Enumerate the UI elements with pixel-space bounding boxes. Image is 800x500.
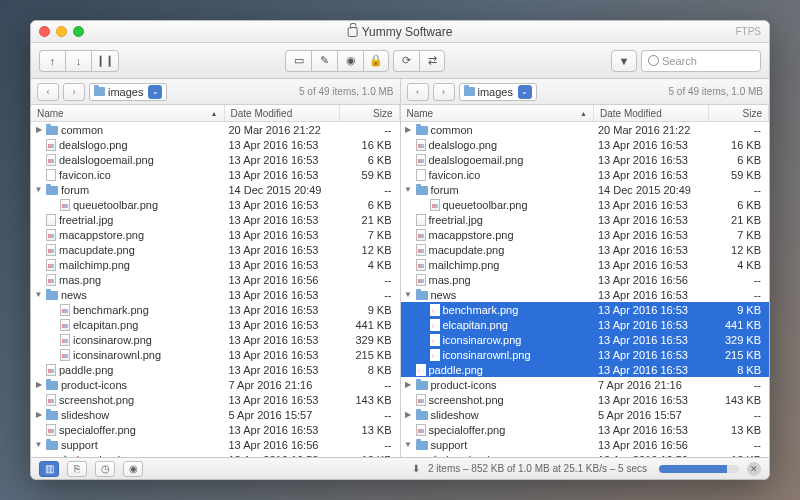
file-row[interactable]: queuetoolbar.png13 Apr 2016 16:536 KB	[401, 197, 770, 212]
file-row[interactable]: elcapitan.png13 Apr 2016 16:53441 KB	[401, 317, 770, 332]
file-row[interactable]: freetrial.jpg13 Apr 2016 16:5321 KB	[401, 212, 770, 227]
dl-icon	[430, 455, 440, 458]
file-row[interactable]: dealslogoemail.png13 Apr 2016 16:536 KB	[31, 152, 400, 167]
disclosure-triangle[interactable]: ▶	[404, 125, 413, 134]
disclosure-triangle[interactable]: ▼	[404, 185, 413, 194]
file-row[interactable]: ▼news13 Apr 2016 16:53--	[401, 287, 770, 302]
file-row[interactable]: specialoffer.png13 Apr 2016 16:5313 KB	[31, 422, 400, 437]
nav-forward-button[interactable]: ›	[433, 83, 455, 101]
close-window-button[interactable]	[39, 26, 50, 37]
file-size: 329 KB	[340, 334, 400, 346]
file-row[interactable]: iconsinarownl.png13 Apr 2016 16:53215 KB	[401, 347, 770, 362]
nav-back-button[interactable]: ‹	[407, 83, 429, 101]
disclosure-triangle[interactable]: ▼	[34, 290, 43, 299]
column-date[interactable]: Date Modified	[225, 105, 340, 121]
file-list[interactable]: ▶common20 Mar 2016 21:22--dealslogo.png1…	[31, 122, 400, 457]
column-name[interactable]: Name ▲	[31, 105, 225, 121]
file-row[interactable]: ▼support13 Apr 2016 16:56--	[401, 437, 770, 452]
view-mode-preview-button[interactable]: ◉	[123, 461, 143, 477]
zoom-window-button[interactable]	[73, 26, 84, 37]
edit-button[interactable]: ✎	[311, 50, 337, 72]
download-button[interactable]: ↓	[65, 50, 91, 72]
path-selector[interactable]: images ⌄	[89, 83, 167, 101]
lock-button[interactable]: 🔒	[363, 50, 389, 72]
lock-icon	[348, 27, 358, 37]
disclosure-triangle[interactable]: ▶	[404, 410, 413, 419]
cancel-transfer-button[interactable]: ✕	[747, 462, 761, 476]
nav-back-button[interactable]: ‹	[37, 83, 59, 101]
column-date[interactable]: Date Modified	[594, 105, 709, 121]
refresh-button[interactable]: ⟳	[393, 50, 419, 72]
preview-button[interactable]: ◉	[337, 50, 363, 72]
file-row[interactable]: iconsinarow.png13 Apr 2016 16:53329 KB	[31, 332, 400, 347]
file-row[interactable]: ▶product-icons7 Apr 2016 21:16--	[401, 377, 770, 392]
disclosure-triangle[interactable]: ▼	[34, 185, 43, 194]
file-row[interactable]: mas.png13 Apr 2016 16:56--	[31, 272, 400, 287]
disclosure-triangle[interactable]: ▼	[404, 440, 413, 449]
file-row[interactable]: favicon.ico13 Apr 2016 16:5359 KB	[31, 167, 400, 182]
file-row[interactable]: macappstore.png13 Apr 2016 16:537 KB	[401, 227, 770, 242]
file-row[interactable]: ▶slideshow5 Apr 2016 15:57--	[401, 407, 770, 422]
file-row[interactable]: benchmark.png13 Apr 2016 16:539 KB	[31, 302, 400, 317]
upload-button[interactable]: ↑	[39, 50, 65, 72]
file-row[interactable]: queuetoolbar.png13 Apr 2016 16:536 KB	[31, 197, 400, 212]
file-date: 13 Apr 2016 16:53	[225, 169, 340, 181]
file-row[interactable]: favicon.ico13 Apr 2016 16:5359 KB	[401, 167, 770, 182]
disclosure-triangle[interactable]: ▶	[34, 125, 43, 134]
titlebar[interactable]: Yummy Software FTPS	[31, 21, 769, 43]
view-mode-queue-button[interactable]: ⎘	[67, 461, 87, 477]
file-row[interactable]: screenshot.png13 Apr 2016 16:53143 KB	[31, 392, 400, 407]
file-row[interactable]: ▼news13 Apr 2016 16:53--	[31, 287, 400, 302]
file-list[interactable]: ▶common20 Mar 2016 21:22--dealslogo.png1…	[401, 122, 770, 457]
file-row[interactable]: paddle.png13 Apr 2016 16:538 KB	[401, 362, 770, 377]
path-selector[interactable]: images ⌄	[459, 83, 537, 101]
search-input[interactable]: Search	[641, 50, 761, 72]
file-row[interactable]: macupdate.png13 Apr 2016 16:5312 KB	[31, 242, 400, 257]
file-size: --	[709, 439, 769, 451]
disclosure-triangle[interactable]: ▼	[34, 440, 43, 449]
minimize-window-button[interactable]	[56, 26, 67, 37]
sync-button[interactable]: ⇄	[419, 50, 445, 72]
nav-forward-button[interactable]: ›	[63, 83, 85, 101]
file-row[interactable]: benchmark.png13 Apr 2016 16:539 KB	[401, 302, 770, 317]
file-row[interactable]: iconsinarow.png13 Apr 2016 16:53329 KB	[401, 332, 770, 347]
file-row[interactable]: dealslogo.png13 Apr 2016 16:5316 KB	[401, 137, 770, 152]
file-row[interactable]: iconsinarownl.png13 Apr 2016 16:53215 KB	[31, 347, 400, 362]
file-row[interactable]: freetrial.jpg13 Apr 2016 16:5321 KB	[31, 212, 400, 227]
column-size[interactable]: Size	[709, 105, 769, 121]
file-row[interactable]: mas.png13 Apr 2016 16:56--	[401, 272, 770, 287]
arrow-down-icon: ↓	[76, 55, 82, 67]
file-row[interactable]: ▶slideshow5 Apr 2016 15:57--	[31, 407, 400, 422]
file-row[interactable]: ▶product-icons7 Apr 2016 21:16--	[31, 377, 400, 392]
view-mode-dual-button[interactable]: ▥	[39, 461, 59, 477]
file-row[interactable]: dealslogo.png13 Apr 2016 16:5316 KB	[31, 137, 400, 152]
file-row[interactable]: macappstore.png13 Apr 2016 16:537 KB	[31, 227, 400, 242]
file-row[interactable]: ▶common20 Mar 2016 21:22--	[31, 122, 400, 137]
column-name[interactable]: Name ▲	[401, 105, 595, 121]
disclosure-triangle[interactable]: ▼	[404, 290, 413, 299]
new-folder-button[interactable]: ▭	[285, 50, 311, 72]
file-row[interactable]: mailchimp.png13 Apr 2016 16:534 KB	[31, 257, 400, 272]
file-row[interactable]: specialoffer.png13 Apr 2016 16:5313 KB	[401, 422, 770, 437]
file-row[interactable]: dealslogoemail.png13 Apr 2016 16:536 KB	[401, 152, 770, 167]
file-size: 12 KB	[709, 244, 769, 256]
file-row[interactable]: ▼forum14 Dec 2015 20:49--	[401, 182, 770, 197]
view-mode-log-button[interactable]: ◷	[95, 461, 115, 477]
file-row[interactable]: screenshot.png13 Apr 2016 16:53143 KB	[401, 392, 770, 407]
disclosure-triangle[interactable]: ▶	[34, 410, 43, 419]
app-window: Yummy Software FTPS ↑ ↓ ❙❙ ▭ ✎ ◉ 🔒 ⟳ ⇄ ▼…	[30, 20, 770, 480]
png-icon	[46, 259, 56, 271]
png-icon	[46, 274, 56, 286]
column-size[interactable]: Size	[340, 105, 400, 121]
file-row[interactable]: macupdate.png13 Apr 2016 16:5312 KB	[401, 242, 770, 257]
pause-button[interactable]: ❙❙	[91, 50, 119, 72]
disclosure-triangle[interactable]: ▶	[34, 380, 43, 389]
filter-button[interactable]: ▼	[611, 50, 637, 72]
file-row[interactable]: ▼support13 Apr 2016 16:56--	[31, 437, 400, 452]
file-row[interactable]: ▶common20 Mar 2016 21:22--	[401, 122, 770, 137]
file-row[interactable]: ▼forum14 Dec 2015 20:49--	[31, 182, 400, 197]
file-row[interactable]: elcapitan.png13 Apr 2016 16:53441 KB	[31, 317, 400, 332]
disclosure-triangle[interactable]: ▶	[404, 380, 413, 389]
file-row[interactable]: paddle.png13 Apr 2016 16:538 KB	[31, 362, 400, 377]
file-row[interactable]: mailchimp.png13 Apr 2016 16:534 KB	[401, 257, 770, 272]
